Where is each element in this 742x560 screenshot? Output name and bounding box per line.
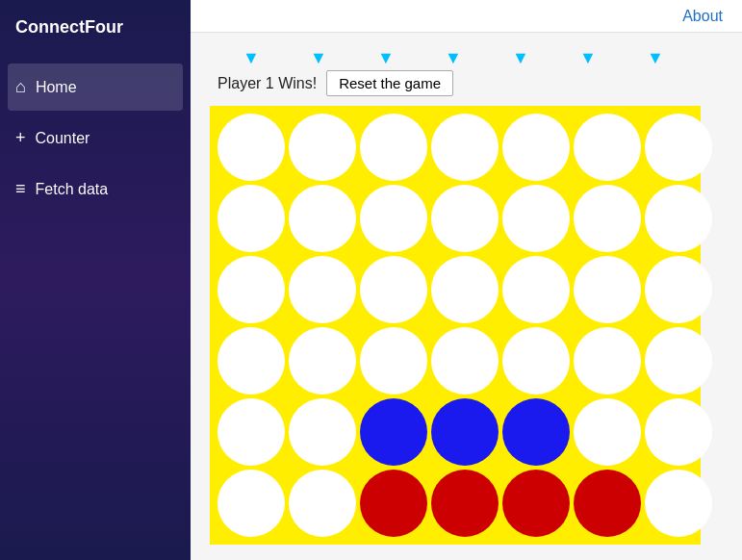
cell-0-2[interactable]	[360, 114, 427, 181]
drop-arrow-5[interactable]: ▼	[554, 48, 622, 68]
reset-button[interactable]: Reset the game	[326, 70, 453, 96]
cell-1-3[interactable]	[431, 185, 499, 252]
sidebar-item-home-label: Home	[36, 79, 77, 96]
cell-5-0[interactable]	[217, 470, 285, 537]
cell-2-2[interactable]	[360, 256, 427, 323]
drop-arrow-0[interactable]: ▼	[217, 48, 285, 68]
cell-5-3[interactable]	[431, 470, 499, 537]
sidebar: ConnectFour ⌂ Home + Counter ≡ Fetch dat…	[0, 0, 191, 560]
game-board	[210, 106, 701, 545]
cell-5-5[interactable]	[574, 470, 641, 537]
top-bar: About	[191, 0, 742, 33]
cell-3-3[interactable]	[431, 327, 499, 395]
cell-5-1[interactable]	[289, 470, 356, 537]
app-title: ConnectFour	[0, 0, 191, 54]
cell-1-6[interactable]	[645, 185, 712, 252]
cell-0-0[interactable]	[217, 114, 285, 181]
cell-1-2[interactable]	[360, 185, 427, 252]
cell-2-0[interactable]	[217, 256, 285, 323]
cell-5-4[interactable]	[502, 470, 570, 537]
cell-0-1[interactable]	[289, 114, 356, 181]
cell-4-4[interactable]	[502, 398, 570, 466]
cell-5-2[interactable]	[360, 470, 427, 537]
sidebar-item-counter[interactable]: + Counter	[0, 115, 191, 162]
sidebar-item-fetch-data-label: Fetch data	[36, 181, 109, 198]
plus-icon: +	[15, 128, 26, 148]
status-row: Player 1 Wins! Reset the game	[210, 70, 723, 96]
cell-0-4[interactable]	[502, 114, 570, 181]
cell-4-1[interactable]	[289, 398, 356, 466]
drop-arrow-3[interactable]: ▼	[420, 48, 487, 68]
cell-4-6[interactable]	[645, 398, 712, 466]
cell-3-0[interactable]	[217, 327, 285, 395]
list-icon: ≡	[15, 179, 26, 199]
cell-2-1[interactable]	[289, 256, 356, 323]
drop-arrows-row: ▼▼▼▼▼▼▼	[210, 48, 723, 68]
cell-4-5[interactable]	[574, 398, 641, 466]
cell-3-1[interactable]	[289, 327, 356, 395]
cell-0-3[interactable]	[431, 114, 499, 181]
drop-arrow-4[interactable]: ▼	[487, 48, 554, 68]
drop-arrow-6[interactable]: ▼	[622, 48, 689, 68]
cell-5-6[interactable]	[645, 470, 712, 537]
cell-4-3[interactable]	[431, 398, 499, 466]
cell-0-5[interactable]	[574, 114, 641, 181]
cell-1-0[interactable]	[217, 185, 285, 252]
drop-arrow-1[interactable]: ▼	[285, 48, 352, 68]
about-link[interactable]: About	[682, 8, 723, 25]
cell-3-5[interactable]	[574, 327, 641, 395]
cell-3-2[interactable]	[360, 327, 427, 395]
sidebar-item-home[interactable]: ⌂ Home	[8, 64, 183, 111]
sidebar-item-counter-label: Counter	[36, 130, 90, 147]
cell-1-4[interactable]	[502, 185, 570, 252]
game-status: Player 1 Wins!	[217, 75, 317, 92]
cell-4-2[interactable]	[360, 398, 427, 466]
sidebar-item-fetch-data[interactable]: ≡ Fetch data	[0, 165, 191, 213]
cell-3-6[interactable]	[645, 327, 712, 395]
home-icon: ⌂	[15, 77, 26, 97]
cell-2-4[interactable]	[502, 256, 570, 323]
cell-3-4[interactable]	[502, 327, 570, 395]
cell-0-6[interactable]	[645, 114, 712, 181]
drop-arrow-2[interactable]: ▼	[352, 48, 420, 68]
sidebar-nav: ⌂ Home + Counter ≡ Fetch data	[0, 54, 191, 215]
cell-2-5[interactable]	[574, 256, 641, 323]
main-content: About ▼▼▼▼▼▼▼ Player 1 Wins! Reset the g…	[191, 0, 742, 560]
cell-1-1[interactable]	[289, 185, 356, 252]
content-area: ▼▼▼▼▼▼▼ Player 1 Wins! Reset the game	[191, 33, 742, 560]
cell-2-6[interactable]	[645, 256, 712, 323]
cell-1-5[interactable]	[574, 185, 641, 252]
cell-4-0[interactable]	[217, 398, 285, 466]
cell-2-3[interactable]	[431, 256, 499, 323]
